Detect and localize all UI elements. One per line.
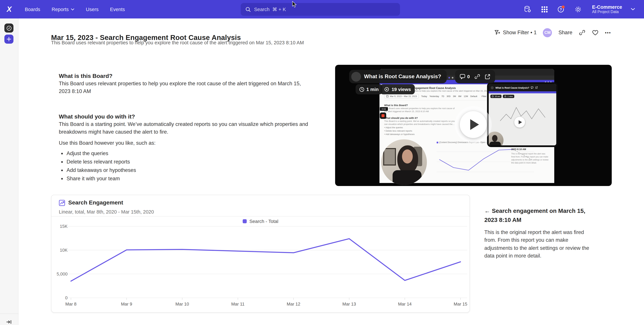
copy-link-icon[interactable] xyxy=(474,73,480,80)
video-views-pill: 19 views xyxy=(380,84,414,94)
inner-nav-bar xyxy=(489,91,556,93)
svg-text:Mar 14: Mar 14 xyxy=(398,302,412,307)
data-management-icon[interactable] xyxy=(524,5,532,13)
list-item: Add takeaways or hypotheses xyxy=(66,167,136,173)
video-comments-button[interactable]: 0 xyxy=(460,74,470,79)
video-title-pill: What is Root Cause Analysis? xyxy=(349,70,446,83)
recording-timer: 0:02 xyxy=(380,107,388,111)
aside-heading: ← Search engagement on March 15, 2023 8:… xyxy=(484,207,592,225)
report-title[interactable]: Search Engagement xyxy=(68,199,123,206)
video-player[interactable]: Mar 15, 2023 - Search Enga... ✕ + Mar 15… xyxy=(335,65,612,186)
left-sidebar xyxy=(0,18,18,325)
show-filter-label: Show Filter • 1 xyxy=(503,29,536,35)
comment-icon xyxy=(460,74,466,79)
nav-item-label: Reports xyxy=(52,6,69,12)
comment-count: 0 xyxy=(467,74,470,79)
nav-item-events[interactable]: Events xyxy=(110,6,125,12)
video-title: What is Root Cause Analysis? xyxy=(364,73,441,80)
show-filter-button[interactable]: Show Filter • 1 xyxy=(494,29,536,35)
chart-legend[interactable]: Search - Total xyxy=(52,219,470,224)
nav-item-users[interactable]: Users xyxy=(86,6,99,12)
recorded-mini-aside: ← Search usage on March 15, 2023 8:10 AM… xyxy=(511,144,549,165)
svg-text:5,000: 5,000 xyxy=(57,272,68,277)
report-subtitle: Linear, total, Mar 8th, 2020 - Mar 15th,… xyxy=(59,209,154,215)
more-options-button[interactable]: ••• xyxy=(605,30,611,35)
project-scope: All Project Data xyxy=(592,10,622,14)
svg-text:Mar 10: Mar 10 xyxy=(176,302,189,307)
record-button[interactable] xyxy=(380,112,386,119)
section-heading-1: What is this Board? xyxy=(59,73,112,80)
inner-webcam-bubble xyxy=(489,132,504,145)
favorite-heart-icon[interactable] xyxy=(592,29,598,35)
date-range-pill: Mar 9, 2023 – Mar 15, 2023 xyxy=(384,94,419,98)
boards-compass-button[interactable] xyxy=(4,23,14,32)
inner-play-button[interactable] xyxy=(514,117,525,128)
expand-sidebar-button[interactable] xyxy=(4,317,14,325)
svg-text:Mar 13: Mar 13 xyxy=(342,302,356,307)
search-icon xyxy=(245,7,251,12)
app-root: X Boards Reports Users Events Search ⌘ +… xyxy=(0,0,644,325)
compass-icon xyxy=(6,25,12,31)
mixpanel-logo-icon[interactable]: X xyxy=(7,5,11,13)
card-divider xyxy=(52,216,470,217)
filter-plus-icon xyxy=(494,30,500,35)
apps-grid-icon[interactable] xyxy=(540,5,548,13)
legend-swatch xyxy=(243,219,247,223)
webcam-bubble xyxy=(381,139,427,185)
inner-views-pill: 1 view xyxy=(503,95,514,98)
video-duration-pill: 1 min xyxy=(356,84,382,94)
svg-text:10K: 10K xyxy=(60,248,68,253)
external-link-icon xyxy=(535,86,538,89)
sidebar-divider xyxy=(0,314,18,314)
eye-icon xyxy=(384,87,390,92)
project-name: E-Commerce xyxy=(592,4,622,10)
nav-item-label: Events xyxy=(110,6,125,12)
recorded-para-2: This Board is a starting point. We’ve au… xyxy=(384,119,456,126)
svg-text:Mar 12: Mar 12 xyxy=(287,302,300,307)
svg-text:?: ? xyxy=(560,7,562,11)
list-item: Share it with your team xyxy=(66,176,136,182)
notification-badge xyxy=(562,5,565,8)
plus-icon xyxy=(7,37,11,41)
expand-arrow-icon xyxy=(6,320,12,324)
nav-item-label: Boards xyxy=(25,6,40,12)
nav-item-boards[interactable]: Boards xyxy=(25,6,40,12)
copy-link-icon[interactable] xyxy=(579,29,586,36)
search-input[interactable]: Search ⌘ + K xyxy=(241,3,400,16)
inner-video-tablet: What is Root Cause Analysis? 18 sec 1 vi… xyxy=(487,82,558,147)
open-external-icon[interactable] xyxy=(485,74,490,79)
share-button[interactable]: Share xyxy=(558,29,572,35)
recorded-para-1: This Board uses relevant properties to h… xyxy=(384,107,456,113)
settings-gear-icon[interactable] xyxy=(574,5,582,13)
video-actions-pill: 0 xyxy=(455,70,495,83)
avatar[interactable]: CM xyxy=(543,28,552,37)
svg-text:Mar 8: Mar 8 xyxy=(65,302,76,307)
video-duration: 1 min xyxy=(366,87,379,92)
video-avatar xyxy=(351,72,361,81)
clock-icon xyxy=(359,87,364,92)
nav-left: X Boards Reports Users Events xyxy=(0,5,125,13)
list-item: Delete less relevant reports xyxy=(66,159,136,165)
help-icon[interactable]: ? xyxy=(557,5,565,13)
inner-video-titlebar: What is Root Cause Analysis? xyxy=(489,84,556,91)
comment-icon xyxy=(531,86,534,89)
page-subtitle: This Board uses relevant properties to h… xyxy=(51,40,304,45)
section-para-1: This Board uses relevant properties to h… xyxy=(59,80,308,95)
section-para-2: This Board is a starting point. We’ve au… xyxy=(59,120,310,136)
aside-body: This is the original report the alert wa… xyxy=(484,228,596,260)
project-switcher[interactable]: E-Commerce All Project Data xyxy=(592,4,622,14)
picture-frame xyxy=(383,148,396,166)
report-card-search-engagement[interactable]: Search Engagement Linear, total, Mar 8th… xyxy=(51,195,470,313)
legend-label: Search - Total xyxy=(250,219,278,224)
top-nav: X Boards Reports Users Events Search ⌘ +… xyxy=(0,0,644,18)
nav-item-reports[interactable]: Reports xyxy=(52,6,74,12)
add-button[interactable] xyxy=(4,34,14,44)
chevron-down-icon xyxy=(71,8,74,10)
svg-text:15K: 15K xyxy=(60,224,68,229)
chevron-down-icon[interactable] xyxy=(631,8,635,10)
list-item: Adjust the queries xyxy=(66,150,136,156)
play-icon xyxy=(470,119,479,130)
nav-item-label: Users xyxy=(86,6,99,12)
inner-duration-pill: 18 sec xyxy=(490,95,502,98)
line-chart[interactable]: 05,00010K15KMar 8Mar 9Mar 10Mar 11Mar 12… xyxy=(52,224,470,312)
